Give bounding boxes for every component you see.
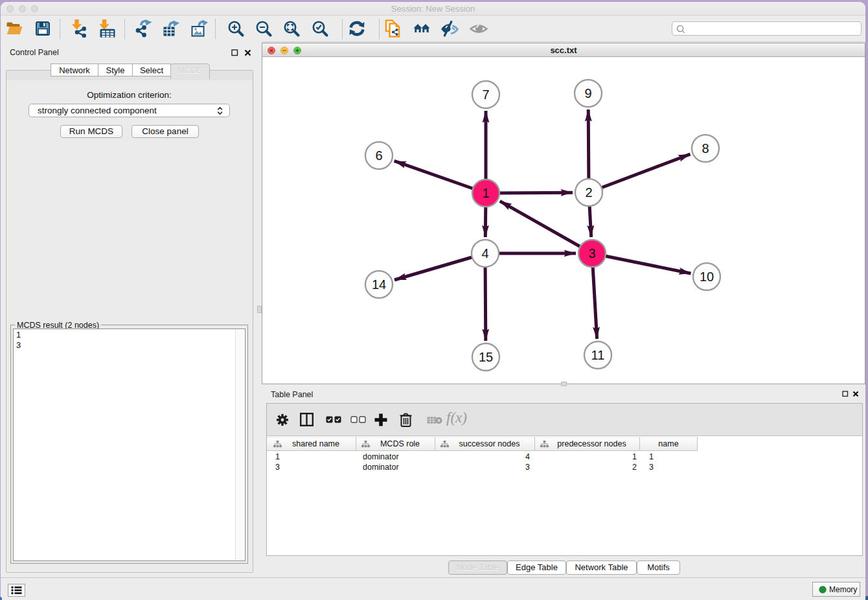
svg-text:4: 4 [481,246,488,260]
svg-text:2: 2 [585,185,592,200]
svg-text:3: 3 [588,246,595,260]
svg-text:10: 10 [700,270,714,284]
svg-text:7: 7 [482,87,489,102]
svg-text:15: 15 [479,350,493,364]
svg-text:1: 1 [482,186,489,200]
svg-text:9: 9 [584,86,591,100]
svg-text:11: 11 [591,348,605,362]
svg-text:6: 6 [375,148,382,163]
svg-text:8: 8 [702,141,709,156]
svg-text:14: 14 [372,277,386,292]
